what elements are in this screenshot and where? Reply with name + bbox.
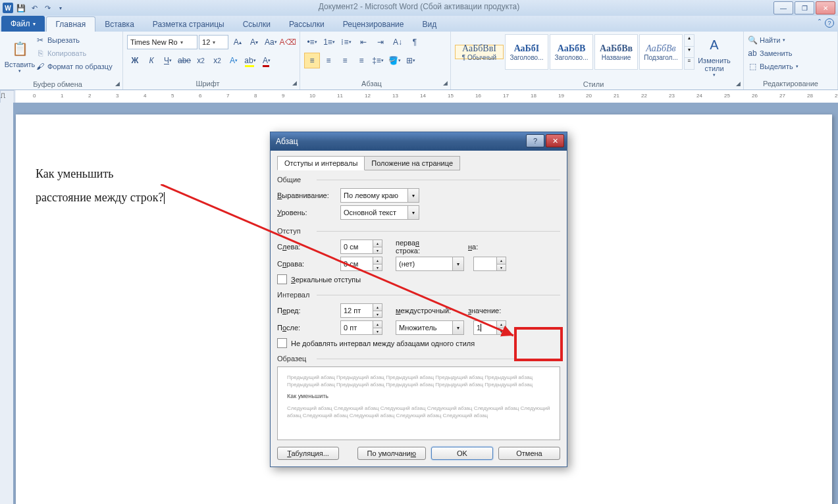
scroll-down-icon[interactable]: ▾ xyxy=(685,46,694,58)
indent-right-spinner[interactable]: 0 см▴▾ xyxy=(340,257,382,271)
clear-format-button[interactable]: A⌫ xyxy=(280,34,296,50)
numbering-button[interactable]: 1≡▾ xyxy=(321,34,337,50)
style-subtitle[interactable]: АаБбВвПодзагол... xyxy=(639,34,683,70)
spin-down-icon[interactable]: ▾ xyxy=(373,328,382,335)
highlight-button[interactable]: ab▾ xyxy=(242,53,258,68)
scroll-up-icon[interactable]: ▴ xyxy=(685,35,694,46)
horizontal-ruler[interactable]: ⎍ -1012345678910111213141516171819202122… xyxy=(0,90,838,104)
no-space-same-style-checkbox[interactable]: Не добавлять интервал между абзацами одн… xyxy=(277,338,560,348)
strike-button[interactable]: abe xyxy=(176,53,192,68)
maximize-button[interactable]: ❐ xyxy=(795,1,814,14)
redo-icon[interactable]: ↷ xyxy=(42,3,53,13)
mirror-indents-checkbox[interactable]: Зеркальные отступы xyxy=(277,274,560,284)
line-spacing-button[interactable]: ‡≡▾ xyxy=(370,53,386,68)
find-button[interactable]: 🔍Найти▾ xyxy=(748,34,799,46)
firstline-select[interactable]: (нет)▾ xyxy=(396,257,464,271)
close-button[interactable]: ✕ xyxy=(816,1,835,14)
indent-decrease-button[interactable]: ⇤ xyxy=(355,34,371,50)
clipboard-launcher-icon[interactable]: ◢ xyxy=(115,80,120,87)
spin-up-icon[interactable]: ▴ xyxy=(496,321,506,328)
superscript-button[interactable]: x2 xyxy=(209,53,225,68)
align-right-button[interactable]: ≡ xyxy=(337,53,353,68)
font-color-button[interactable]: A▾ xyxy=(259,53,275,68)
styles-launcher-icon[interactable]: ◢ xyxy=(736,80,741,87)
spin-down-icon[interactable]: ▾ xyxy=(373,265,382,271)
tab-page-position[interactable]: Положение на странице xyxy=(364,156,460,170)
style-heading1[interactable]: АаБбІЗаголово... xyxy=(505,34,548,70)
firstline-by-spinner[interactable]: ▴▾ xyxy=(473,257,506,271)
gallery-more-icon[interactable]: ≡ xyxy=(685,57,694,69)
tab-file[interactable]: Файл ▾ xyxy=(1,16,45,32)
spin-down-icon[interactable]: ▾ xyxy=(496,265,506,271)
undo-icon[interactable]: ↶ xyxy=(29,3,39,13)
level-select[interactable]: Основной текст▾ xyxy=(340,205,419,220)
format-painter-button[interactable]: 🖌Формат по образцу xyxy=(36,61,113,72)
select-button[interactable]: ⬚Выделить▾ xyxy=(748,61,799,72)
shrink-font-button[interactable]: A▾ xyxy=(246,34,261,50)
multilevel-button[interactable]: ⁞≡▾ xyxy=(338,34,354,50)
style-gallery[interactable]: АаБбВвІ¶ Обычный АаБбІЗаголово... АаБбВЗ… xyxy=(455,34,694,70)
tab-review[interactable]: Рецензирование xyxy=(334,17,413,32)
font-size-combo[interactable]: 12▾ xyxy=(199,35,228,49)
tab-insert[interactable]: Вставка xyxy=(95,17,144,32)
grow-font-button[interactable]: A▴ xyxy=(230,34,245,50)
paste-button[interactable]: 📋 Вставить▾ xyxy=(4,34,36,78)
replace-button[interactable]: abЗаменить xyxy=(748,47,799,59)
style-gallery-scroll[interactable]: ▴ ▾ ≡ xyxy=(684,34,694,70)
line-spacing-select[interactable]: Множитель▾ xyxy=(396,320,464,335)
spin-up-icon[interactable]: ▴ xyxy=(496,257,506,265)
shading-button[interactable]: 🪣▾ xyxy=(386,53,402,68)
underline-button[interactable]: Ч▾ xyxy=(160,53,176,68)
change-styles-button[interactable]: A Изменить стили▾ xyxy=(694,34,734,78)
spin-up-icon[interactable]: ▴ xyxy=(373,257,382,265)
style-title[interactable]: АаБбВвНазвание xyxy=(594,34,638,70)
text-effects-button[interactable]: A▾ xyxy=(226,53,242,68)
align-left-button[interactable]: ≡ xyxy=(304,53,320,68)
bullets-button[interactable]: •≡▾ xyxy=(304,34,320,50)
before-spinner[interactable]: 12 пт▴▾ xyxy=(340,303,382,318)
font-launcher-icon[interactable]: ◢ xyxy=(292,80,297,86)
default-button[interactable]: По умолчанию xyxy=(357,447,426,460)
paragraph-launcher-icon[interactable]: ◢ xyxy=(443,80,448,86)
sort-button[interactable]: A↓ xyxy=(390,34,406,50)
change-case-button[interactable]: Aa▾ xyxy=(263,34,278,50)
indent-increase-button[interactable]: ⇥ xyxy=(373,34,388,50)
subscript-button[interactable]: x2 xyxy=(193,53,209,68)
spin-up-icon[interactable]: ▴ xyxy=(373,240,382,247)
align-center-button[interactable]: ≡ xyxy=(321,53,336,68)
borders-button[interactable]: ⊞▾ xyxy=(403,53,419,68)
ribbon-minimize-icon[interactable]: ˆ xyxy=(818,18,821,28)
tab-references[interactable]: Ссылки xyxy=(234,17,280,32)
font-name-combo[interactable]: Times New Ro▾ xyxy=(127,35,197,49)
justify-button[interactable]: ≡ xyxy=(354,53,369,68)
indent-left-spinner[interactable]: 0 см▴▾ xyxy=(340,239,382,254)
dialog-close-button[interactable]: ✕ xyxy=(546,134,564,147)
copy-button[interactable]: ⎘Копировать xyxy=(36,47,113,59)
save-icon[interactable]: 💾 xyxy=(16,3,26,13)
spin-down-icon[interactable]: ▾ xyxy=(496,328,506,335)
show-marks-button[interactable]: ¶ xyxy=(407,34,423,50)
tab-view[interactable]: Вид xyxy=(413,17,446,32)
at-spinner[interactable]: 1▴▾ xyxy=(473,320,506,335)
bold-button[interactable]: Ж xyxy=(127,53,143,68)
tabs-button[interactable]: Табуляция... xyxy=(277,447,339,460)
minimize-button[interactable]: — xyxy=(773,1,793,14)
cancel-button[interactable]: Отмена xyxy=(498,447,560,460)
ok-button[interactable]: OK xyxy=(431,447,493,460)
spin-up-icon[interactable]: ▴ xyxy=(373,321,382,328)
qat-dropdown-icon[interactable]: ▾ xyxy=(55,3,66,13)
dialog-titlebar[interactable]: Абзац ? ✕ xyxy=(271,132,567,151)
after-spinner[interactable]: 0 пт▴▾ xyxy=(340,320,382,335)
spin-down-icon[interactable]: ▾ xyxy=(373,247,382,254)
alignment-select[interactable]: По левому краю▾ xyxy=(340,188,419,203)
spin-down-icon[interactable]: ▾ xyxy=(373,311,382,318)
tab-page-layout[interactable]: Разметка страницы xyxy=(144,17,234,32)
cut-button[interactable]: ✂Вырезать xyxy=(36,34,113,46)
tab-indents-spacing[interactable]: Отступы и интервалы xyxy=(277,156,365,170)
tab-home[interactable]: Главная xyxy=(46,16,96,32)
dialog-help-button[interactable]: ? xyxy=(526,134,544,147)
style-heading2[interactable]: АаБбВЗаголово... xyxy=(550,34,593,70)
spin-up-icon[interactable]: ▴ xyxy=(373,304,382,311)
help-icon[interactable]: ? xyxy=(825,18,834,28)
vertical-ruler[interactable] xyxy=(0,103,14,504)
